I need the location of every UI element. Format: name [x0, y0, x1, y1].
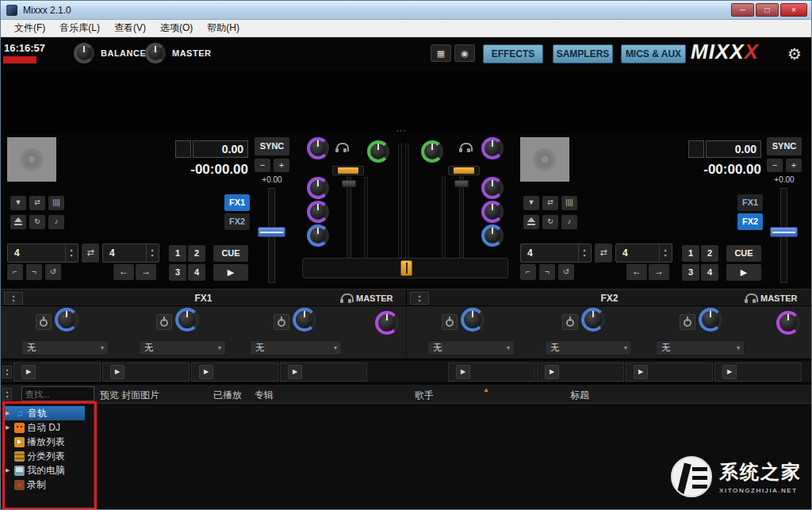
mics-aux-toggle-button[interactable]: MICS & AUX — [621, 44, 686, 63]
beatjump-back-button[interactable]: ← — [113, 264, 134, 280]
column-header-album[interactable]: 专辑 — [255, 389, 274, 402]
sampler-play-button[interactable]: ▶ — [21, 365, 36, 379]
fx1-assign-button[interactable]: FX1 — [737, 194, 763, 211]
beatjump-size-spinner[interactable]: 4 ▴▾ — [7, 243, 79, 263]
crossfader[interactable] — [302, 258, 508, 278]
eject-button[interactable] — [10, 215, 26, 229]
fx1-assign-button[interactable]: FX1 — [224, 194, 250, 211]
headphone-icon[interactable] — [340, 293, 351, 303]
fx1-super-knob[interactable] — [375, 311, 399, 335]
sort-ascending-icon[interactable]: ▲ — [483, 386, 489, 393]
hotcue-3-button[interactable]: 3 — [169, 264, 186, 281]
column-header-artist[interactable]: 歌手 — [415, 389, 434, 402]
fx2-assign-button[interactable]: FX2 — [224, 213, 250, 230]
hotcue-1-button[interactable]: 1 — [682, 245, 699, 262]
quantize-button[interactable]: ↻ — [29, 215, 45, 229]
head-mix-knob-right[interactable] — [421, 140, 443, 163]
beatgrid-button[interactable]: |||| — [48, 196, 64, 210]
rate-up-button[interactable]: + — [786, 159, 802, 172]
effect3-selector[interactable]: 无▾ — [656, 340, 745, 355]
balance-knob[interactable] — [74, 43, 94, 63]
hotcue-1-button[interactable]: 1 — [169, 245, 186, 262]
menu-item-help[interactable]: 帮助(H) — [200, 19, 247, 37]
effects-toggle-button[interactable]: EFFECTS — [483, 44, 543, 63]
eq-high-knob-deck2[interactable] — [481, 177, 504, 199]
sampler-play-button[interactable]: ▶ — [110, 365, 124, 379]
keylock-button[interactable]: ♪ — [561, 215, 577, 229]
repeat-button[interactable]: ⇄ — [542, 196, 558, 210]
headphone-icon[interactable] — [745, 293, 756, 303]
beatjump-forward-button[interactable]: → — [136, 264, 156, 280]
fx2-assign-button[interactable]: FX2 — [737, 213, 763, 230]
pitch-fader[interactable] — [268, 188, 275, 283]
effect3-power-button[interactable] — [680, 314, 695, 330]
headphone-cue-icon[interactable] — [459, 143, 470, 152]
reloop-button[interactable]: ↺ — [558, 264, 574, 280]
maximize-button[interactable]: □ — [756, 3, 779, 17]
effect2-selector[interactable]: 无▾ — [545, 340, 632, 355]
quantize-button[interactable]: ↻ — [542, 215, 558, 229]
reloop-button[interactable]: ↺ — [45, 264, 61, 280]
master-knob[interactable] — [145, 43, 166, 63]
hotcue-3-button[interactable]: 3 — [682, 264, 699, 281]
effect2-power-button[interactable] — [156, 314, 172, 330]
column-header-cover[interactable]: 封面图片 — [121, 389, 159, 402]
menu-item-options[interactable]: 选项(O) — [153, 19, 200, 37]
collapse-toggle[interactable]: ▴▾ — [2, 388, 12, 401]
eq-low-knob-deck2[interactable] — [481, 224, 504, 247]
volume-fader-deck2[interactable] — [459, 177, 464, 266]
sampler-play-button[interactable]: ▶ — [545, 365, 559, 379]
sampler-play-button[interactable]: ▶ — [199, 365, 213, 379]
eq-mid-knob-deck1[interactable] — [307, 201, 329, 223]
sampler-play-button[interactable]: ▶ — [722, 365, 737, 379]
effect2-meta-knob[interactable] — [175, 308, 199, 332]
eq-mid-knob-deck2[interactable] — [481, 201, 504, 223]
broadcast-button[interactable]: ◉ — [454, 44, 475, 62]
column-header-played[interactable]: 已播放 — [213, 389, 242, 402]
spinner-arrows-icon[interactable]: ▴▾ — [578, 244, 590, 262]
cue-button[interactable]: CUE — [213, 245, 248, 262]
hotcue-2-button[interactable]: 2 — [701, 245, 718, 262]
loop-transfer-button[interactable]: ⇄ — [82, 243, 99, 263]
beatloop-size-spinner[interactable]: 4 ▴▾ — [615, 243, 672, 263]
samplers-toggle-button[interactable]: SAMPLERS — [553, 44, 613, 63]
sync-button[interactable]: SYNC — [767, 137, 802, 155]
beatloop-size-spinner[interactable]: 4 ▴▾ — [102, 243, 159, 263]
effect3-selector[interactable]: 无▾ — [250, 340, 342, 355]
gain-knob-deck2[interactable] — [481, 137, 504, 159]
menu-item-view[interactable]: 查看(V) — [107, 19, 153, 37]
play-button[interactable]: ▶ — [213, 264, 248, 281]
sampler-play-button[interactable]: ▶ — [456, 365, 470, 379]
cue-button[interactable]: CUE — [726, 245, 761, 262]
volume-fader-deck1[interactable] — [347, 177, 351, 266]
column-header-preview[interactable]: 预览 — [100, 389, 119, 402]
loop-in-button[interactable]: ⌐ — [520, 264, 536, 280]
effect1-power-button[interactable] — [442, 314, 458, 330]
beatgrid-button[interactable]: |||| — [561, 196, 577, 210]
eq-low-knob-deck1[interactable] — [307, 224, 329, 247]
loop-out-button[interactable]: ¬ — [539, 264, 555, 280]
rate-down-button[interactable]: − — [255, 159, 270, 172]
spinner-arrows-icon[interactable]: ▴▾ — [659, 244, 671, 262]
search-input[interactable] — [21, 386, 94, 401]
hotcue-2-button[interactable]: 2 — [188, 245, 205, 262]
spinner-arrows-icon[interactable]: ▴▾ — [65, 244, 77, 262]
collapse-toggle[interactable]: ▴▾ — [2, 366, 12, 378]
crossfader-handle[interactable] — [400, 260, 412, 276]
sampler-play-button[interactable]: ▶ — [288, 365, 302, 379]
album-art[interactable] — [520, 137, 569, 182]
volume-fader-handle[interactable] — [454, 180, 469, 187]
fx2-master-label[interactable]: MASTER — [760, 293, 797, 303]
repeat-button[interactable]: ⇄ — [29, 196, 45, 210]
play-button[interactable]: ▶ — [726, 264, 761, 281]
slip-mode-button[interactable]: ▼ — [523, 196, 539, 210]
beatjump-forward-button[interactable]: → — [649, 264, 669, 280]
menu-item-library[interactable]: 音乐库(L) — [52, 19, 107, 37]
grip-handle[interactable]: ⋯ — [396, 125, 408, 136]
effect1-selector[interactable]: 无▾ — [427, 340, 515, 355]
beatjump-size-spinner[interactable]: 4 ▴▾ — [520, 243, 592, 263]
beatjump-back-button[interactable]: ← — [626, 264, 647, 280]
slip-mode-button[interactable]: ▼ — [10, 196, 26, 210]
effect3-meta-knob[interactable] — [293, 308, 316, 332]
fx2-super-knob[interactable] — [776, 311, 800, 335]
